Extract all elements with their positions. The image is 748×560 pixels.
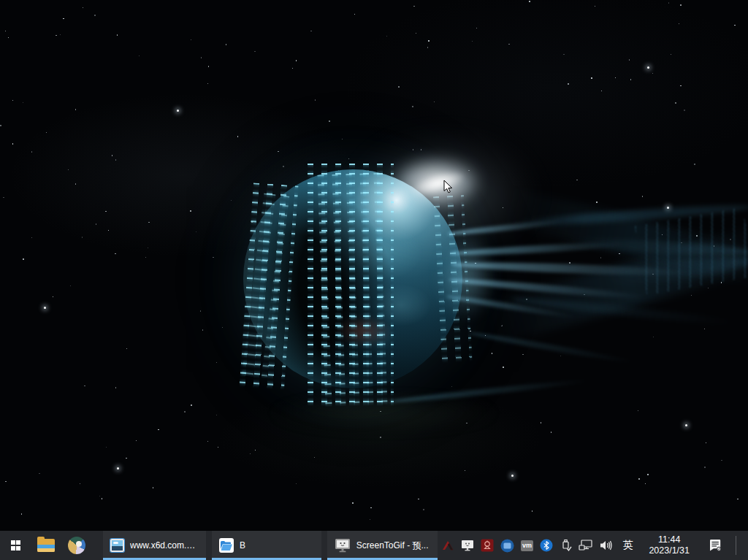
vmware-label: vm <box>521 540 533 551</box>
usb-eject-icon[interactable] <box>559 538 573 553</box>
screentogif-icon <box>335 539 351 552</box>
taskbar-clock[interactable]: 11:44 2023/1/31 <box>642 534 696 556</box>
desktop: www.x6d.com.pn... B <box>0 0 748 560</box>
show-desktop-button[interactable] <box>741 531 745 560</box>
peak-logo-icon[interactable] <box>440 538 455 553</box>
taskbar-item-image-viewer[interactable]: www.x6d.com.pn... <box>103 531 206 560</box>
folder-icon <box>37 539 55 552</box>
browser-button[interactable] <box>61 531 91 560</box>
notification-icon <box>708 538 722 553</box>
taskbar-item-folder-b[interactable]: B <box>212 531 321 560</box>
taskbar-divider <box>736 536 736 555</box>
action-center-button[interactable] <box>701 538 729 553</box>
system-tray: vm <box>438 531 748 560</box>
file-explorer-button[interactable] <box>31 531 61 560</box>
vmware-icon[interactable]: vm <box>519 538 534 553</box>
open-folder-icon <box>219 538 234 553</box>
network-icon[interactable] <box>579 538 593 553</box>
taskbar-item-label: ScreenToGif - 预... <box>356 540 429 552</box>
taskbar-item-screentogif[interactable]: ScreenToGif - 预... <box>327 531 438 560</box>
bluetooth-icon[interactable] <box>539 538 554 553</box>
blue-app-icon[interactable] <box>500 538 514 553</box>
mouse-cursor <box>443 180 454 197</box>
windows-logo-icon <box>11 540 21 551</box>
taskbar-item-label: www.x6d.com.pn... <box>130 540 199 551</box>
input-language-indicator[interactable]: 英 <box>618 539 637 552</box>
image-file-icon <box>110 539 124 552</box>
taskbar-item-label: B <box>240 540 245 551</box>
desktop-wallpaper[interactable] <box>0 0 748 531</box>
screentogif-tray-icon[interactable] <box>460 538 475 553</box>
volume-icon[interactable] <box>598 538 613 553</box>
planet-under-glow <box>263 394 504 432</box>
browser-swirl-icon <box>68 537 85 554</box>
clock-date: 2023/1/31 <box>649 545 690 556</box>
clock-time: 11:44 <box>649 534 690 545</box>
red-seal-icon[interactable] <box>480 538 495 553</box>
start-button[interactable] <box>0 531 31 560</box>
taskbar[interactable]: www.x6d.com.pn... B <box>0 531 748 560</box>
planet <box>243 169 462 388</box>
